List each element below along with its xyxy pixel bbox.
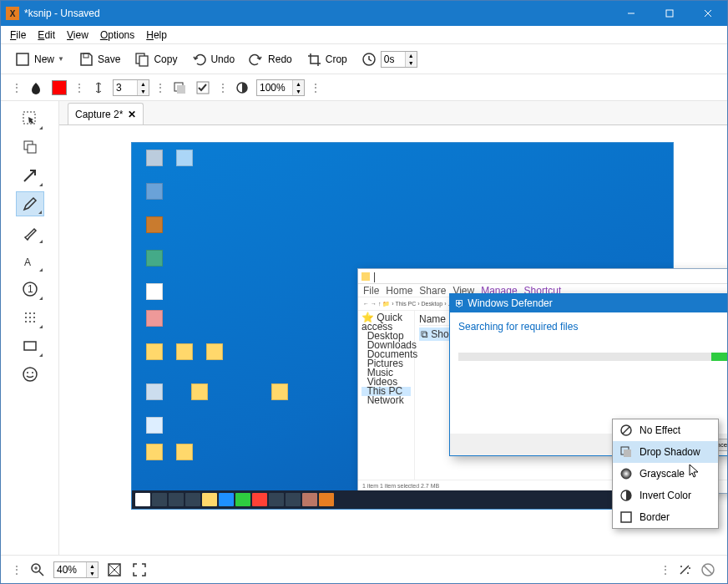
status-zoom-down[interactable]: ▼ — [86, 570, 98, 577]
width-tool[interactable] — [89, 79, 108, 97]
width-up[interactable]: ▲ — [137, 80, 149, 88]
svg-rect-53 — [621, 512, 631, 522]
svg-point-43 — [687, 572, 689, 574]
shadow-toggle[interactable] — [170, 79, 189, 97]
delay-input[interactable] — [382, 53, 405, 65]
fullscreen-button[interactable] — [130, 561, 149, 579]
ctx-border[interactable]: Border — [613, 506, 718, 528]
svg-rect-50 — [624, 449, 631, 457]
maximize-button[interactable] — [650, 1, 689, 26]
undo-label: Undo — [210, 53, 235, 65]
zoom-in-button[interactable] — [28, 561, 47, 579]
marker-tool[interactable] — [16, 220, 44, 245]
svg-rect-16 — [28, 145, 36, 153]
save-button[interactable]: Save — [74, 48, 124, 70]
app-icon: X — [6, 7, 19, 20]
svg-line-35 — [39, 571, 43, 576]
svg-point-44 — [689, 567, 690, 569]
menu-file[interactable]: File — [4, 28, 32, 43]
copy-button[interactable]: Copy — [130, 48, 180, 70]
menu-edit[interactable]: Edit — [32, 28, 61, 43]
crop-label: Crop — [326, 53, 347, 65]
status-zoom-up[interactable]: ▲ — [86, 562, 98, 570]
zoom-down[interactable]: ▼ — [292, 88, 304, 95]
magic-wand-button[interactable] — [675, 561, 694, 579]
titlebar: X *ksnip - Unsaved — [1, 1, 727, 26]
captured-screenshot: | FileHomeShareViewManageShortcut ← → ↑ … — [131, 142, 674, 510]
statusbar: ⋮ ▲▼ ⋮ — [1, 555, 727, 583]
svg-line-17 — [24, 171, 34, 181]
duplicate-tool[interactable] — [16, 135, 44, 160]
zoom-input[interactable] — [257, 82, 292, 94]
status-zoom-input[interactable] — [54, 564, 86, 576]
undo-button[interactable]: Undo — [187, 48, 238, 70]
grip-icon: ⋮ — [73, 81, 84, 94]
menu-options[interactable]: Options — [94, 28, 140, 43]
drop-shadow-icon — [619, 445, 633, 459]
tab-strip: Capture 2* ✕ — [59, 101, 727, 124]
close-button[interactable] — [689, 1, 727, 26]
zoom-up[interactable]: ▲ — [292, 80, 304, 88]
svg-point-28 — [29, 321, 31, 322]
blur-tool[interactable] — [16, 305, 44, 330]
window-title: *ksnip - Unsaved — [24, 8, 612, 19]
status-zoom-spinner[interactable]: ▲▼ — [53, 561, 99, 578]
opacity-tool[interactable] — [27, 79, 45, 97]
svg-rect-30 — [24, 342, 36, 350]
chevron-down-icon[interactable]: ▼ — [58, 55, 64, 63]
tool-sidebar: A 1 — [1, 101, 59, 555]
contrast-tool[interactable] — [233, 79, 251, 97]
svg-point-27 — [25, 321, 27, 322]
effects-context-menu: No Effect Drop Shadow Grayscale Invert C… — [612, 419, 719, 529]
select-tool[interactable] — [16, 106, 44, 131]
tab-capture-2[interactable]: Capture 2* ✕ — [68, 103, 144, 124]
arrow-tool[interactable] — [16, 163, 44, 188]
ctx-no-effect[interactable]: No Effect — [613, 419, 718, 441]
svg-point-25 — [29, 317, 31, 318]
grip-icon: ⋮ — [217, 81, 228, 94]
delay-control[interactable]: ▲▼ — [357, 48, 421, 70]
ctx-label: Grayscale — [640, 468, 685, 480]
ctx-grayscale[interactable]: Grayscale — [613, 463, 718, 485]
tab-close-icon[interactable]: ✕ — [128, 109, 136, 120]
stroke-width-spinner[interactable]: ▲▼ — [113, 79, 149, 96]
zoom-spinner[interactable]: ▲▼ — [256, 79, 305, 96]
effects-button[interactable] — [699, 561, 717, 579]
stroke-width-input[interactable] — [114, 82, 137, 94]
fit-button[interactable] — [105, 561, 124, 579]
color-swatch[interactable] — [50, 79, 68, 97]
grip-icon: ⋮ — [154, 81, 165, 94]
ctx-drop-shadow[interactable]: Drop Shadow — [613, 441, 718, 463]
annotation-toolbar: ⋮ ⋮ ▲▼ ⋮ ⋮ ▲▼ ⋮ — [1, 74, 727, 101]
svg-point-26 — [33, 317, 35, 318]
number-tool[interactable]: 1 — [16, 277, 44, 302]
width-down[interactable]: ▼ — [137, 88, 149, 95]
pen-tool[interactable] — [16, 191, 44, 216]
color-red — [52, 80, 67, 95]
no-effect-icon — [619, 424, 633, 437]
delay-spinner[interactable]: ▲▼ — [381, 51, 417, 68]
svg-point-29 — [33, 321, 35, 322]
redo-button[interactable]: Redo — [245, 48, 296, 70]
svg-text:1: 1 — [28, 283, 33, 295]
menubar: File Edit View Options Help — [1, 26, 727, 44]
grayscale-icon — [619, 467, 633, 480]
text-tool[interactable]: A — [16, 248, 44, 273]
svg-rect-7 — [139, 56, 148, 66]
check-toggle[interactable] — [194, 79, 212, 97]
delay-down[interactable]: ▼ — [405, 59, 417, 67]
grip-icon: ⋮ — [11, 563, 22, 576]
tab-label: Capture 2* — [75, 109, 123, 120]
menu-view[interactable]: View — [61, 28, 94, 43]
crop-button[interactable]: Crop — [302, 48, 351, 70]
ctx-invert[interactable]: Invert Color — [613, 485, 718, 506]
delay-up[interactable]: ▲ — [405, 52, 417, 59]
main-toolbar: New ▼ Save Copy Undo Redo Crop ▲▼ — [1, 44, 727, 74]
rect-tool[interactable] — [16, 333, 44, 358]
grip-icon: ⋮ — [660, 563, 670, 576]
new-button[interactable]: New ▼ — [11, 48, 68, 70]
menu-help[interactable]: Help — [140, 28, 173, 43]
minimize-button[interactable] — [612, 1, 650, 26]
sticker-tool[interactable] — [16, 362, 44, 387]
svg-point-23 — [33, 312, 35, 314]
